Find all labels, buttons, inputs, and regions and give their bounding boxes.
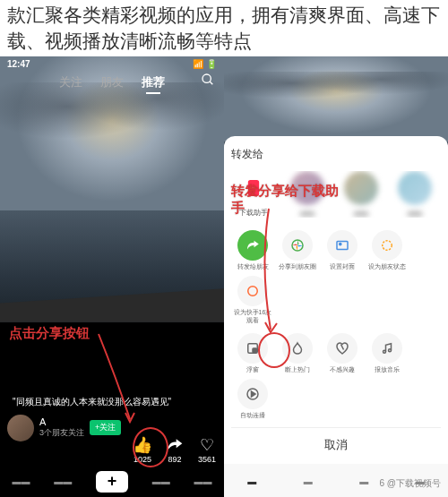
signal-icon: 📶 <box>193 59 203 69</box>
tab-friends[interactable]: 朋友 <box>100 74 124 90</box>
search-icon[interactable] <box>201 73 215 90</box>
cover-icon <box>327 230 358 261</box>
svg-point-0 <box>202 74 211 82</box>
svg-point-5 <box>383 241 392 251</box>
video-background <box>0 56 224 322</box>
red-arrow-2 <box>251 204 287 338</box>
user-avatar[interactable] <box>7 415 34 441</box>
action-autoplay[interactable]: 自动连播 <box>231 379 274 419</box>
heart-icon: ♡ <box>197 435 217 455</box>
watermark: 6 @下载视频号 <box>380 477 442 490</box>
bottom-nav: ▬▬ ▬▬ + ▬▬ ▬▬ <box>0 464 224 497</box>
status-icons: 📶 🔋 <box>193 59 217 69</box>
cancel-button[interactable]: 取消 <box>231 427 441 457</box>
moments-icon <box>282 230 313 261</box>
nav-home[interactable]: ▬▬ <box>12 476 30 486</box>
phone-left: 12:47 📶 🔋 关注 朋友 推荐 点击分享按钮 "同频且真诚的人本来就没那么… <box>0 56 224 497</box>
annotation-forward: 转发分享给下载助手 <box>231 182 348 217</box>
action-music[interactable]: 报放音乐 <box>366 333 409 373</box>
tab-recommend[interactable]: 推荐 <box>142 74 165 90</box>
user-name[interactable]: A <box>39 416 84 427</box>
nav-me[interactable]: ▬▬ <box>194 476 212 486</box>
red-arrow-1 <box>90 325 143 433</box>
nav-messages[interactable]: ▬▬ <box>152 476 170 486</box>
autoplay-icon <box>237 379 268 409</box>
tab-follow[interactable]: 关注 <box>59 74 82 90</box>
nav-r2[interactable]: ▬ <box>304 476 313 486</box>
red-circle-share <box>133 427 168 467</box>
nav-r1[interactable]: ▬ <box>247 476 256 486</box>
sheet-title: 转发给 <box>231 147 441 162</box>
action-uninterest[interactable]: 不感兴趣 <box>321 333 364 373</box>
annotation-click-share: 点击分享按钮 <box>9 325 90 342</box>
share-contact-3[interactable]: ▬▬ <box>392 171 437 218</box>
action-cover[interactable]: 设置封面 <box>321 230 364 270</box>
nav-friends[interactable]: ▬▬ <box>54 476 72 486</box>
nav-r3[interactable]: ▬ <box>359 476 368 486</box>
user-meta: 3个朋友关注 <box>39 427 84 439</box>
status-time: 12:47 <box>7 59 30 69</box>
header-description: 款汇聚各类精彩视频的应用，拥有清爽界面、高速下载、视频播放清晰流畅等特点 <box>0 0 448 56</box>
svg-rect-3 <box>337 241 348 249</box>
share-count: 3561 <box>198 455 216 464</box>
svg-rect-8 <box>253 348 257 353</box>
status-icon <box>372 230 402 261</box>
fav-button[interactable]: ♡ 3561 <box>197 435 217 464</box>
action-status[interactable]: 设为朋友状态 <box>366 230 409 270</box>
svg-point-4 <box>340 243 341 244</box>
nav-plus[interactable]: + <box>96 471 128 493</box>
phone-right: 转发分享给下载助手 转发给 下载助手 <box>224 56 448 497</box>
contact-avatar-3 <box>398 171 432 205</box>
contact-avatar-2 <box>344 171 378 205</box>
nav-tabs: 关注 朋友 推荐 <box>0 71 224 94</box>
comment-count: 892 <box>168 455 181 464</box>
svg-line-1 <box>210 81 212 84</box>
music-icon <box>372 333 402 364</box>
red-circle-wechat <box>258 332 290 368</box>
battery-icon: 🔋 <box>206 59 217 69</box>
heart-broken-icon <box>327 333 358 364</box>
